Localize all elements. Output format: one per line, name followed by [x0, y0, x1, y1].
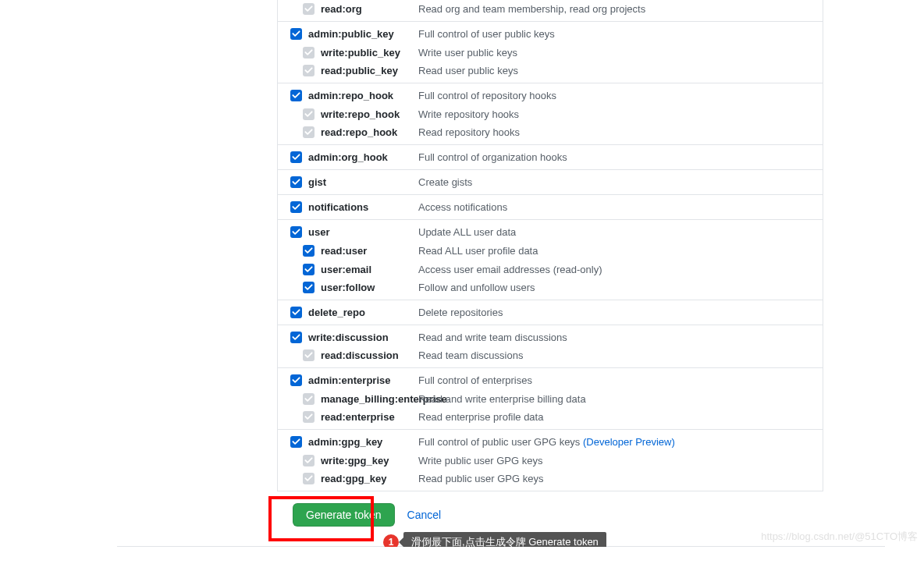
scope-name-label: read:gpg_key — [321, 473, 387, 484]
scope-description: Full control of enterprises — [418, 374, 823, 386]
scope-checkbox — [303, 455, 315, 466]
scope-name-label: user:follow — [321, 282, 375, 293]
scope-name-label: read:public_key — [321, 65, 398, 76]
scope-name-label: write:public_key — [321, 47, 400, 59]
scope-description: Read enterprise profile data — [418, 411, 823, 423]
scope-checkbox — [303, 47, 315, 59]
scope-row: read:enterpriseRead enterprise profile d… — [278, 408, 823, 429]
scope-name-label: write:gpg_key — [321, 455, 389, 466]
scope-name-label: admin:enterprise — [308, 374, 390, 386]
scope-group: notificationsAccess notifications — [278, 194, 823, 219]
scope-description: Delete repositories — [418, 307, 823, 318]
scope-description: Write user public keys — [418, 47, 823, 59]
watermark: https://blog.csdn.net/@51CTO博客 — [761, 530, 918, 544]
annotation-text: 滑倒最下面,点击生成令牌 Generate token — [403, 532, 606, 547]
scope-description: Full control of user public keys — [418, 28, 823, 40]
scope-description: Write repository hooks — [418, 108, 823, 120]
scope-description: Read user public keys — [418, 65, 823, 76]
generate-token-button[interactable]: Generate token — [293, 503, 395, 527]
scope-checkbox[interactable] — [290, 90, 302, 101]
scope-row: read:repo_hookRead repository hooks — [278, 123, 823, 144]
scope-row: notificationsAccess notifications — [278, 195, 823, 219]
scope-description: Full control of repository hooks — [418, 90, 823, 101]
scope-description: Read repository hooks — [418, 126, 823, 138]
scope-checkbox[interactable] — [290, 307, 302, 318]
scope-name-label: write:repo_hook — [321, 108, 400, 120]
scope-description: Write public user GPG keys — [418, 455, 823, 466]
scope-row: read:public_keyRead user public keys — [278, 62, 823, 83]
scope-checkbox — [303, 393, 315, 405]
scope-checkbox — [303, 411, 315, 423]
cancel-button[interactable]: Cancel — [407, 509, 442, 521]
scope-group: userUpdate ALL user dataread:userRead AL… — [278, 219, 823, 300]
scope-name-label: read:enterprise — [321, 411, 395, 423]
scope-row: userUpdate ALL user data — [278, 220, 823, 241]
scope-description: Full control of organization hooks — [418, 151, 823, 163]
scope-description: Read ALL user profile data — [418, 245, 823, 257]
scope-checkbox[interactable] — [303, 245, 315, 257]
scope-row: write:gpg_keyWrite public user GPG keys — [278, 451, 823, 470]
scope-name-label: admin:repo_hook — [308, 90, 393, 101]
scope-checkbox[interactable] — [290, 151, 302, 163]
scope-checkbox — [303, 3, 315, 15]
scope-checkbox — [303, 349, 315, 361]
scope-row: write:repo_hookWrite repository hooks — [278, 105, 823, 123]
annotation-callout: 1 滑倒最下面,点击生成令牌 Generate token — [383, 532, 606, 547]
scope-name-label: read:repo_hook — [321, 126, 397, 138]
scope-row: write:public_keyWrite user public keys — [278, 43, 823, 62]
scopes-list: read:orgRead org and team membership, re… — [277, 0, 823, 491]
scope-row: write:discussionRead and write team disc… — [278, 325, 823, 346]
scope-row: admin:org_hookFull control of organizati… — [278, 145, 823, 169]
scope-description: Follow and unfollow users — [418, 282, 823, 293]
scope-name-label: delete_repo — [308, 307, 365, 318]
scope-checkbox — [303, 108, 315, 120]
scope-group: admin:gpg_keyFull control of public user… — [278, 429, 823, 491]
scope-name-label: user:email — [321, 264, 371, 275]
scope-group: delete_repoDelete repositories — [278, 300, 823, 325]
scope-description: Access user email addresses (read-only) — [418, 264, 823, 275]
scope-description: Read and write team discussions — [418, 332, 823, 343]
scope-name-label: read:discussion — [321, 349, 399, 361]
annotation-number: 1 — [383, 534, 399, 547]
scope-description: Read team discussions — [418, 349, 823, 361]
scope-row: admin:public_keyFull control of user pub… — [278, 22, 823, 43]
scope-checkbox[interactable] — [290, 28, 302, 40]
scope-row: read:orgRead org and team membership, re… — [278, 0, 823, 21]
scope-checkbox[interactable] — [290, 436, 302, 448]
scope-name-label: read:user — [321, 245, 367, 257]
scope-checkbox[interactable] — [290, 332, 302, 343]
scope-description: Read org and team membership, read org p… — [418, 3, 823, 15]
scope-checkbox[interactable] — [290, 374, 302, 386]
scope-row: gistCreate gists — [278, 170, 823, 194]
scope-checkbox[interactable] — [303, 264, 315, 275]
scope-name-label: user — [308, 226, 329, 238]
scope-row: read:gpg_keyRead public user GPG keys — [278, 470, 823, 491]
scope-checkbox — [303, 65, 315, 76]
scope-row: user:followFollow and unfollow users — [278, 278, 823, 300]
scope-checkbox[interactable] — [290, 226, 302, 238]
scope-description: Read and write enterprise billing data — [418, 393, 823, 405]
scope-checkbox[interactable] — [290, 201, 302, 213]
scope-group: admin:enterpriseFull control of enterpri… — [278, 367, 823, 429]
scope-checkbox — [303, 126, 315, 138]
scope-name-label: admin:gpg_key — [308, 436, 382, 448]
scope-name-label: read:org — [321, 3, 362, 15]
scope-checkbox[interactable] — [303, 282, 315, 293]
scope-name-label: admin:org_hook — [308, 151, 388, 163]
scope-group: write:discussionRead and write team disc… — [278, 325, 823, 367]
developer-preview-link[interactable]: (Developer Preview) — [583, 436, 675, 448]
scope-name-label: write:discussion — [308, 332, 389, 343]
scope-group: read:orgRead org and team membership, re… — [278, 0, 823, 21]
scope-group: admin:public_keyFull control of user pub… — [278, 21, 823, 83]
scope-checkbox[interactable] — [290, 176, 302, 188]
scope-row: read:userRead ALL user profile data — [278, 241, 823, 260]
scope-name-label: gist — [308, 176, 326, 188]
scope-group: gistCreate gists — [278, 169, 823, 194]
scope-row: admin:gpg_keyFull control of public user… — [278, 430, 823, 451]
scope-group: admin:repo_hookFull control of repositor… — [278, 83, 823, 144]
scope-description: Read public user GPG keys — [418, 473, 823, 484]
scope-row: delete_repoDelete repositories — [278, 300, 823, 325]
scope-row: read:discussionRead team discussions — [278, 346, 823, 367]
scope-description: Access notifications — [418, 201, 823, 213]
scope-description: Create gists — [418, 176, 823, 188]
